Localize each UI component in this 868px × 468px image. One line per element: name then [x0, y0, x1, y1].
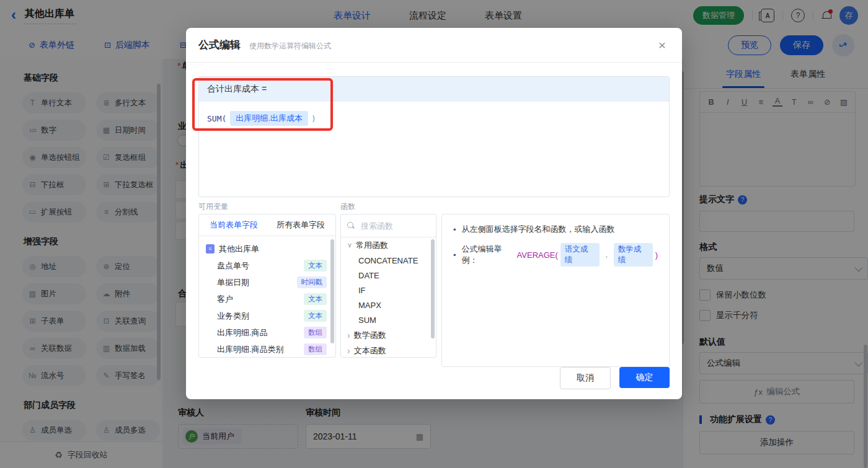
variable-row[interactable]: 单据日期 时间戳 [199, 274, 335, 291]
form-doc-icon: ≡ [206, 244, 215, 254]
help-line-1: • 从左侧面板选择字段名和函数，或输入函数 [442, 224, 669, 235]
function-group-math[interactable]: › 数学函数 [341, 327, 436, 343]
variable-name: 出库明细.商品类别 [217, 344, 284, 355]
functions-section-label: 函数 [340, 201, 355, 212]
variable-row[interactable]: 盘点单号 文本 [199, 257, 335, 274]
formula-close-paren: ) [311, 114, 316, 123]
formula-edit-modal: 公式编辑 使用数学运算符编辑公式 × 合计出库成本 = SUM( 出库明细.出库… [186, 28, 682, 399]
function-group-common[interactable]: ∨ 常用函数 [341, 237, 436, 253]
variables-panel: 当前表单字段 所有表单字段 ≡ 其他出库单 盘点单号 文本 单据日期 时间戳 客… [198, 214, 336, 358]
example-field-pill: 语文成绩 [560, 243, 600, 267]
bullet-icon: • [453, 225, 456, 234]
variables-section-label: 可用变量 [198, 201, 228, 212]
example-close-paren: ) [655, 250, 658, 260]
group-label: 文本函数 [354, 345, 386, 356]
chevron-expanded-icon: ∨ [347, 241, 352, 249]
chevron-collapsed-icon: › [347, 331, 350, 340]
group-label: 数学函数 [354, 330, 386, 341]
group-label: 常用函数 [356, 240, 388, 251]
help-line-2: • 公式编辑举例： AVERAGE( 语文成绩 ， 数学成绩 ) [442, 243, 669, 267]
chevron-collapsed-icon: › [347, 347, 350, 355]
tree-root-form[interactable]: ≡ 其他出库单 [199, 241, 335, 257]
type-badge: 时间戳 [297, 276, 327, 288]
variables-tabs: 当前表单字段 所有表单字段 [199, 214, 335, 236]
function-item-if[interactable]: IF [341, 283, 436, 298]
functions-scrollbar[interactable] [431, 239, 435, 338]
formula-target-row: 合计出库成本 = [199, 77, 669, 102]
variable-row[interactable]: 客户 文本 [199, 291, 335, 307]
variables-tree: ≡ 其他出库单 盘点单号 文本 单据日期 时间戳 客户 文本 业务类别 文本 [199, 236, 335, 358]
variable-row[interactable]: 出库明细.商品 数组 [199, 324, 335, 341]
function-group-text[interactable]: › 文本函数 [341, 343, 436, 358]
search-icon [347, 222, 355, 229]
formula-field-pill[interactable]: 出库明细.出库成本 [230, 111, 308, 126]
example-function-name: AVERAGE( [517, 250, 558, 260]
variable-row[interactable]: 业务类别 文本 [199, 307, 335, 324]
formula-target-label: 合计出库成本 = [207, 84, 267, 95]
function-item-mapx[interactable]: MAPX [341, 298, 436, 312]
variable-row[interactable]: 出库明细.商品类别 数组 [199, 341, 335, 358]
tab-current-form-fields[interactable]: 当前表单字段 [210, 219, 258, 231]
tab-all-form-fields[interactable]: 所有表单字段 [277, 219, 325, 231]
confirm-button[interactable]: 确定 [619, 367, 670, 388]
type-badge: 文本 [304, 293, 327, 305]
type-badge: 文本 [304, 310, 327, 322]
help-panel: • 从左侧面板选择字段名和函数，或输入函数 • 公式编辑举例： AVERAGE(… [441, 214, 670, 367]
function-item-date[interactable]: DATE [341, 268, 436, 283]
tree-root-label: 其他出库单 [219, 244, 259, 255]
formula-editor[interactable]: 合计出库成本 = SUM( 出库明细.出库成本 ) [198, 76, 670, 197]
functions-panel: ∨ 常用函数 CONCATENATE DATE IF MAPX SUM › 数学… [340, 214, 436, 358]
variable-name: 出库明细.商品 [217, 327, 268, 338]
function-search-input[interactable] [360, 221, 424, 231]
function-item-sum[interactable]: SUM [341, 312, 436, 327]
variable-name: 客户 [217, 294, 233, 305]
function-item-concatenate[interactable]: CONCATENATE [341, 253, 436, 268]
example-field-pill: 数学成绩 [614, 243, 653, 267]
modal-header: 公式编辑 使用数学运算符编辑公式 × [186, 28, 682, 63]
variable-name: 业务类别 [217, 311, 249, 322]
modal-footer: 取消 确定 [186, 365, 682, 399]
bullet-icon: • [453, 250, 456, 260]
type-badge: 数组 [304, 327, 327, 338]
close-icon[interactable]: × [655, 38, 670, 51]
variable-name: 单据日期 [217, 277, 249, 288]
function-search[interactable] [341, 214, 436, 237]
variable-name: 盘点单号 [217, 260, 249, 272]
type-badge: 文本 [304, 260, 327, 272]
app-root: ‹ 其他出库单 表单设计 流程设定 表单设置 数据管理 A ? 存 ⊘ 表单外链… [0, 0, 868, 468]
formula-function-name: SUM( [207, 114, 226, 123]
formula-expression-row[interactable]: SUM( 出库明细.出库成本 ) [199, 102, 669, 135]
comma: ， [603, 249, 611, 260]
type-badge: 数组 [304, 343, 327, 355]
modal-subtitle: 使用数学运算符编辑公式 [249, 41, 331, 51]
cancel-button[interactable]: 取消 [560, 367, 611, 389]
modal-title: 公式编辑 [198, 38, 241, 52]
variables-scrollbar[interactable] [330, 239, 334, 343]
